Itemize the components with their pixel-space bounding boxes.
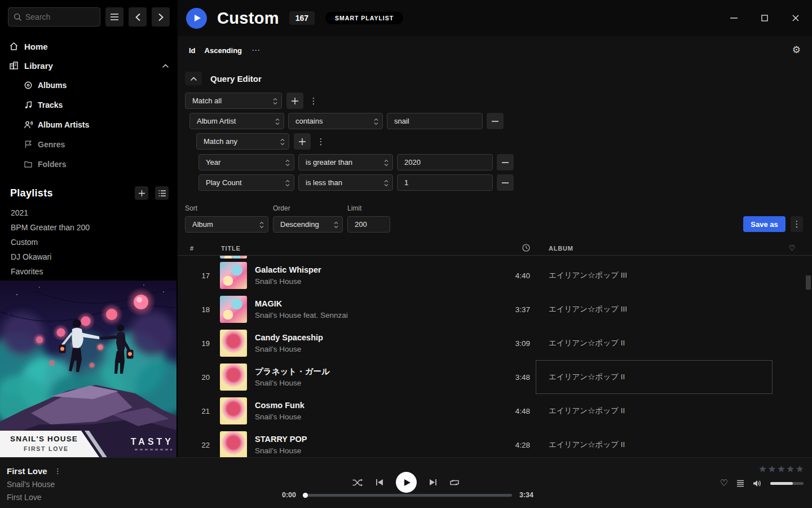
remove-rule-button[interactable] — [497, 154, 514, 170]
group-kebab-icon[interactable]: ⋮ — [315, 133, 326, 150]
save-options-kebab-icon[interactable]: ⋮ — [791, 216, 803, 232]
track-artist[interactable]: Snail’s House — [255, 278, 485, 286]
track-artist[interactable]: Snail’s House — [255, 379, 485, 387]
minus-icon — [502, 162, 509, 163]
track-row[interactable]: 21 Cosmo Funk Snail’s House 4:48 エイリアン☆ポ… — [178, 394, 812, 428]
collapse-chevron-icon[interactable] — [162, 64, 169, 68]
search-input[interactable]: Search — [8, 7, 100, 27]
star-icon[interactable]: ★ — [778, 465, 785, 474]
column-header-index[interactable]: # — [178, 245, 220, 252]
save-as-button[interactable]: Save as — [743, 216, 785, 232]
column-header-title[interactable]: TITLE — [220, 245, 485, 252]
track-artist[interactable]: Snail’s House — [255, 447, 485, 455]
limit-input[interactable] — [347, 216, 390, 233]
rule-operator-select[interactable]: is greater than — [298, 154, 393, 170]
duration-clock-icon[interactable] — [522, 244, 536, 253]
table-scrollbar-thumb[interactable] — [806, 275, 811, 290]
favorite-column-heart-icon[interactable]: ♡ — [789, 244, 796, 252]
add-rule-button[interactable] — [286, 93, 303, 109]
track-row[interactable]: 19 Candy Spaceship Snail’s House 3:09 エイ… — [178, 326, 812, 360]
gear-icon[interactable]: ⚙ — [792, 45, 801, 55]
favorite-heart-icon[interactable]: ♡ — [720, 479, 728, 488]
track-row[interactable]: 20 プラネット・ガール Snail’s House 3:48 エイリアン☆ポッ… — [178, 360, 812, 394]
sidebar-item-tracks[interactable]: Tracks — [0, 95, 178, 115]
queue-button[interactable] — [736, 480, 744, 487]
column-header-album[interactable]: ALBUM — [536, 245, 773, 252]
add-playlist-button[interactable] — [135, 186, 148, 200]
playlist-item[interactable]: Favorites — [0, 264, 178, 279]
star-icon[interactable]: ★ — [768, 465, 775, 474]
track-album[interactable]: エイリアン☆ポップ III — [536, 259, 773, 292]
order-select[interactable]: Descending — [273, 216, 343, 233]
previous-button[interactable] — [376, 479, 383, 486]
sort-direction-button[interactable]: Ascending — [205, 46, 242, 55]
nav-back-button[interactable] — [129, 7, 147, 27]
track-album[interactable]: エイリアン☆ポップ II — [536, 326, 773, 360]
playlist-item[interactable]: DJ Okawari — [0, 249, 178, 264]
search-icon — [14, 13, 22, 21]
sort-field-button[interactable]: Id — [189, 46, 196, 55]
sidebar-item-home[interactable]: Home — [0, 37, 178, 56]
now-playing-title[interactable]: First Love — [7, 466, 47, 476]
group-kebab-icon[interactable]: ⋮ — [308, 93, 319, 109]
play-playlist-button[interactable] — [186, 8, 207, 29]
sidebar-item-library[interactable]: Library — [0, 56, 178, 75]
track-row[interactable]: 17 Galactic Whisper Snail’s House 4:40 エ… — [178, 259, 812, 292]
sidebar-item-genres[interactable]: Genres — [0, 134, 178, 154]
select-stepper-icon — [273, 98, 277, 105]
track-album[interactable]: エイリアン☆ポップ II — [536, 394, 773, 428]
volume-button[interactable] — [753, 480, 762, 487]
playlist-list-button[interactable] — [155, 186, 169, 200]
playlist-item[interactable]: BPM Greater than 200 — [0, 220, 178, 235]
track-duration: 3:37 — [485, 305, 536, 314]
remove-rule-button[interactable] — [497, 174, 514, 191]
track-artist[interactable]: Snail’s House — [255, 345, 485, 353]
playlist-item[interactable]: Custom — [0, 235, 178, 249]
now-playing-album[interactable]: First Love — [7, 493, 61, 502]
add-rule-button[interactable] — [294, 133, 311, 150]
play-pause-button[interactable] — [396, 472, 417, 493]
track-row[interactable]: 18 MAGIK Snail’s House feat. Sennzai 3:3… — [178, 292, 812, 326]
seek-knob[interactable] — [303, 493, 308, 498]
window-maximize-button[interactable] — [756, 10, 773, 27]
playlist-item[interactable]: 2021 — [0, 205, 178, 220]
window-close-button[interactable] — [787, 10, 804, 27]
rule-field-select[interactable]: Year — [198, 154, 294, 170]
rule-field-select[interactable]: Play Count — [198, 174, 294, 191]
next-button[interactable] — [429, 479, 437, 486]
rule-operator-select[interactable]: contains — [288, 113, 383, 129]
track-album[interactable]: エイリアン☆ポップ III — [536, 292, 773, 326]
star-icon[interactable]: ★ — [787, 465, 794, 474]
more-options-button[interactable]: ⋯ — [251, 45, 260, 55]
now-playing-artwork[interactable]: SNAIL'S HOUSE FIRST LOVE TASTY — [0, 281, 176, 457]
track-row[interactable]: 22 STARRY POP Snail’s House 4:28 エイリアン☆ポ… — [178, 428, 812, 457]
sidebar-item-album-artists[interactable]: Album Artists — [0, 115, 178, 134]
sidebar-item-folders[interactable]: Folders — [0, 154, 178, 174]
menu-button[interactable] — [105, 7, 123, 27]
nav-forward-button[interactable] — [152, 7, 170, 27]
match-type-select[interactable]: Match any — [196, 133, 289, 150]
star-icon[interactable]: ★ — [759, 465, 766, 474]
seek-bar[interactable] — [303, 494, 512, 497]
volume-slider[interactable] — [770, 482, 804, 485]
shuffle-button[interactable] — [352, 479, 363, 487]
now-playing-kebab-icon[interactable]: ⋮ — [54, 467, 61, 475]
rule-operator-select[interactable]: is less than — [298, 174, 393, 191]
rule-field-select[interactable]: Album Artist — [189, 113, 284, 129]
repeat-button[interactable] — [449, 479, 460, 487]
track-artist[interactable]: Snail’s House — [255, 413, 485, 421]
track-album-focused-cell[interactable]: エイリアン☆ポップ II — [536, 360, 773, 394]
remove-rule-button[interactable] — [487, 113, 504, 129]
rule-value-input[interactable] — [387, 113, 483, 129]
sort-select[interactable]: Album — [185, 216, 268, 233]
track-album[interactable]: エイリアン☆ポップ II — [536, 428, 773, 457]
star-icon[interactable]: ★ — [796, 465, 804, 474]
sidebar-item-albums[interactable]: Albums — [0, 75, 178, 95]
rule-value-input[interactable] — [397, 174, 493, 191]
rule-value-input[interactable] — [397, 154, 493, 170]
query-collapse-button[interactable] — [185, 72, 202, 85]
now-playing-artist[interactable]: Snail's House — [7, 480, 61, 489]
match-type-select[interactable]: Match all — [185, 93, 282, 109]
window-minimize-button[interactable] — [725, 10, 742, 27]
track-artist[interactable]: Snail’s House feat. Sennzai — [255, 312, 485, 319]
